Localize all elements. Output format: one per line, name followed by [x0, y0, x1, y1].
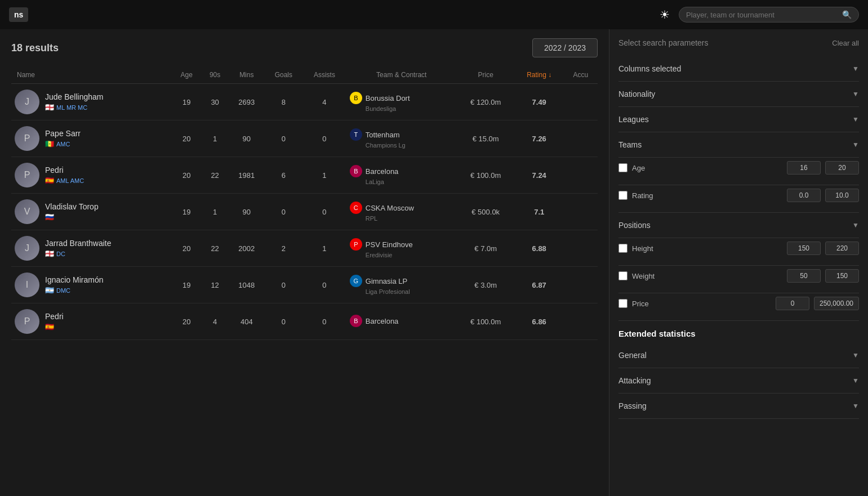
- chevron-down-icon: ▼: [852, 377, 859, 385]
- filter-teams-header[interactable]: Teams ▼: [618, 132, 859, 157]
- player-name[interactable]: Pedri: [45, 166, 84, 175]
- season-button[interactable]: 2022 / 2023: [532, 38, 598, 57]
- price-max-input[interactable]: [814, 297, 859, 310]
- player-name[interactable]: Jarrad Branthwaite: [45, 239, 112, 248]
- team-name-row: B Barcelona: [350, 315, 399, 327]
- theme-toggle-icon[interactable]: ☀: [660, 8, 670, 21]
- results-count: 18 results: [11, 42, 59, 54]
- team-cell[interactable]: C CSKA Moscow RPL: [346, 194, 457, 230]
- height-min-input[interactable]: [787, 242, 821, 255]
- mins-cell: 90: [229, 120, 265, 157]
- rating-checkbox[interactable]: [618, 191, 627, 200]
- extended-stats-title: Extended statistics: [618, 321, 859, 343]
- flag-icon: 🏴󠁧󠁢󠁥󠁮󠁧󠁿: [45, 249, 54, 258]
- table-row[interactable]: V Vladislav Torop 🇷🇺 1919000 C CSKA Mosc…: [11, 194, 598, 230]
- height-max-input[interactable]: [825, 242, 859, 255]
- price-checkbox[interactable]: [618, 299, 627, 308]
- rating-min-input[interactable]: [787, 189, 821, 202]
- avatar: P: [15, 163, 39, 187]
- age-cell: 19: [172, 267, 201, 303]
- top-bar: 18 results 2022 / 2023: [11, 38, 598, 57]
- player-name[interactable]: Ignacio Miramón: [45, 275, 104, 284]
- weight-checkbox[interactable]: [618, 271, 627, 280]
- right-panel-header: Select search parameters Clear all: [618, 38, 859, 47]
- height-checkbox[interactable]: [618, 244, 627, 253]
- search-input[interactable]: [686, 11, 838, 19]
- team-cell[interactable]: B Barcelona LaLiga: [346, 157, 457, 194]
- age-cell: 20: [172, 120, 201, 157]
- league-name: Eredivisie: [350, 252, 393, 258]
- price-range-row: Price: [618, 293, 859, 314]
- accu-cell: [564, 230, 598, 267]
- weight-max-input[interactable]: [825, 269, 859, 283]
- team-cell[interactable]: B Barcelona: [346, 303, 457, 340]
- filter-leagues-header[interactable]: Leagues ▼: [618, 107, 859, 132]
- table-row[interactable]: I Ignacio Miramón 🇦🇷 DMC 1912104800 G Gi…: [11, 267, 598, 303]
- assists-cell: 4: [302, 84, 346, 120]
- chevron-down-icon: ▼: [852, 90, 859, 98]
- rating-max-input[interactable]: [825, 189, 859, 202]
- flag-icon: 🇪🇸: [45, 323, 54, 331]
- avatar: V: [15, 199, 39, 224]
- team-cell[interactable]: P PSV Eindhove Eredivisie: [346, 230, 457, 267]
- team-cell[interactable]: T Tottenham Champions Lg: [346, 120, 457, 157]
- chevron-down-icon: ▼: [852, 221, 859, 229]
- team-logo: B: [350, 165, 362, 177]
- rating-range-row: Rating: [618, 185, 859, 205]
- table-row[interactable]: J Jarrad Branthwaite 🏴󠁧󠁢󠁥󠁮󠁧󠁿 DC 20222002…: [11, 230, 598, 267]
- table-row[interactable]: P Pedri 🇪🇸 20440400 B Barcelona € 100.0m…: [11, 303, 598, 340]
- filter-nationality-header[interactable]: Nationality ▼: [618, 82, 859, 106]
- filter-weight-content: Weight: [618, 266, 859, 293]
- filter-general-header[interactable]: General ▼: [618, 343, 859, 368]
- accu-cell: [564, 303, 598, 340]
- player-name[interactable]: Pedri: [45, 312, 64, 321]
- filter-attacking-header[interactable]: Attacking ▼: [618, 368, 859, 393]
- flag-icon: 🏴󠁧󠁢󠁥󠁮󠁧󠁿: [45, 103, 54, 111]
- price-cell: € 3.0m: [457, 267, 515, 303]
- team-cell[interactable]: B Borussia Dort Bundesliga: [346, 84, 457, 120]
- age-max-input[interactable]: [825, 161, 859, 175]
- filter-positions-header[interactable]: Positions ▼: [618, 213, 859, 238]
- table-row[interactable]: P Pedri 🇪🇸 AML AMC 2022198161 B Barcelon…: [11, 157, 598, 194]
- price-min-input[interactable]: [776, 297, 809, 310]
- team-cell[interactable]: G Gimnasia LP Liga Profesional: [346, 267, 457, 303]
- assists-cell: 0: [302, 194, 346, 230]
- player-name[interactable]: Jude Bellingham: [45, 92, 104, 101]
- filter-columns-header[interactable]: Columns selected ▼: [618, 56, 859, 81]
- flag-icon: 🇷🇺: [45, 213, 54, 221]
- player-cell: P Pedri 🇪🇸 AML AMC: [11, 157, 172, 194]
- weight-label: Weight: [632, 272, 782, 280]
- mins-cell: 1048: [229, 267, 265, 303]
- team-name: Barcelona: [366, 317, 399, 325]
- rating-cell: 6.88: [515, 230, 564, 267]
- nineties-cell: 30: [201, 84, 229, 120]
- player-cell: V Vladislav Torop 🇷🇺: [11, 194, 172, 230]
- player-info: P Pape Sarr 🇸🇳 AMC: [15, 126, 168, 151]
- mins-cell: 404: [229, 303, 265, 340]
- position-tags: AML AMC: [56, 177, 84, 184]
- table-row[interactable]: J Jude Bellingham 🏴󠁧󠁢󠁥󠁮󠁧󠁿 ML MR MC 19302…: [11, 84, 598, 120]
- nineties-cell: 1: [201, 120, 229, 157]
- player-name[interactable]: Pape Sarr: [45, 129, 81, 138]
- chevron-down-icon: ▼: [852, 115, 859, 123]
- col-rating[interactable]: Rating ↓: [515, 66, 564, 84]
- filter-passing-header[interactable]: Passing ▼: [618, 394, 859, 418]
- age-min-input[interactable]: [787, 161, 821, 175]
- filter-price: Price: [618, 293, 859, 321]
- nineties-cell: 1: [201, 194, 229, 230]
- team-name-row: C CSKA Moscow: [350, 202, 414, 214]
- age-checkbox[interactable]: [618, 163, 627, 172]
- team-info: P PSV Eindhove Eredivisie: [350, 238, 453, 258]
- player-info: V Vladislav Torop 🇷🇺: [15, 199, 168, 224]
- table-row[interactable]: P Pape Sarr 🇸🇳 AMC 2019000 T Tottenham C…: [11, 120, 598, 157]
- player-info: J Jarrad Branthwaite 🏴󠁧󠁢󠁥󠁮󠁧󠁿 DC: [15, 236, 168, 261]
- goals-cell: 0: [265, 303, 302, 340]
- col-name: Name: [11, 66, 172, 84]
- filter-age-content: Age: [618, 158, 859, 185]
- player-name[interactable]: Vladislav Torop: [45, 202, 99, 211]
- age-cell: 19: [172, 84, 201, 120]
- team-name-row: P PSV Eindhove: [350, 238, 413, 251]
- player-table: Name Age 90s Mins Goals Assists Team & C…: [11, 66, 598, 340]
- weight-min-input[interactable]: [787, 269, 821, 283]
- clear-all-button[interactable]: Clear all: [832, 39, 859, 47]
